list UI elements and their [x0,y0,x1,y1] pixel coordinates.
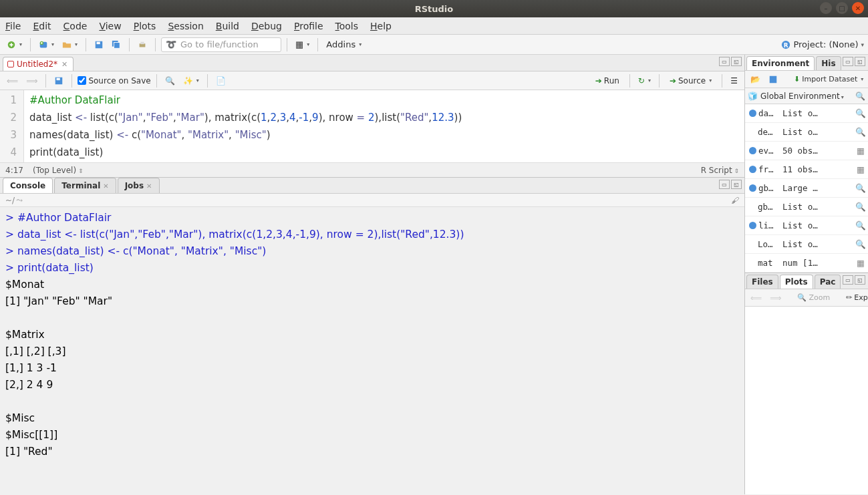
env-row[interactable]: matnum [1…▦ [745,254,868,273]
print-button[interactable] [135,39,150,51]
filetype-selector[interactable]: R Script [701,166,739,175]
env-row[interactable]: li…List o…🔍 [745,216,868,235]
plot-canvas [745,307,868,494]
menu-tools[interactable]: Tools [335,21,359,31]
code-editor[interactable]: 1234 #Author DataFlairdata_list <- list(… [0,90,744,162]
svg-rect-8 [140,41,144,44]
source-button[interactable]: ➔Source [665,74,716,88]
source-tab-label: Untitled2* [17,59,57,69]
menu-code[interactable]: Code [63,21,88,31]
console-tab-terminal[interactable]: Terminal✕ [54,178,116,193]
env-row[interactable]: de…List o…🔍 [745,123,868,142]
svg-rect-6 [114,42,120,48]
menu-file[interactable]: File [5,21,21,31]
menu-plots[interactable]: Plots [134,21,156,31]
minimize-pane-button[interactable]: ▭ [719,57,730,66]
env-scope-selector[interactable]: Global Environment [760,92,853,101]
environment-pane: EnvironmentHis ▭ ◱ 📂 ⬇ Import Dataset 🧊 … [745,55,868,273]
save-source-button[interactable] [51,75,66,87]
minimize-console-button[interactable]: ▭ [719,180,730,189]
compile-report-button[interactable]: 📄 [213,75,229,87]
menu-debug[interactable]: Debug [251,21,282,31]
project-label: Project: (None) [793,39,858,49]
export-button[interactable]: ✏ Expo [843,292,868,303]
menu-bar: FileEditCodeViewPlotsSessionBuildDebugPr… [0,17,868,35]
env-search-icon[interactable]: 🔍 [855,92,865,101]
source-statusbar: 4:17 (Top Level) R Script [0,162,744,177]
zoom-button[interactable]: 🔍 Zoom [794,292,833,303]
clear-console-icon[interactable]: 🖌 [731,196,739,205]
unsaved-indicator-icon [7,61,14,67]
plots-tab-plots[interactable]: Plots [780,275,813,289]
open-file-button[interactable] [59,39,80,51]
main-toolbar: ➰ Go to file/function ▦ Addins R Project… [0,35,868,55]
window-titlebar: RStudio – □ ✕ [0,0,868,17]
goto-arrow-icon: ➰ [166,39,176,49]
env-row[interactable]: gb…List o…🔍 [745,198,868,216]
plots-tab-files[interactable]: Files [746,275,778,289]
cursor-position: 4:17 [5,166,23,175]
rerun-button[interactable]: ↻ [635,75,654,87]
outline-button[interactable]: ☰ [728,75,740,87]
load-workspace-button[interactable]: 📂 [748,73,763,86]
console-tab-jobs[interactable]: Jobs✕ [118,178,160,193]
console-tab-console[interactable]: Console [3,178,53,193]
save-button[interactable] [92,39,106,51]
env-tab-his[interactable]: His [816,56,841,70]
addins-dropdown[interactable]: Addins [323,38,364,51]
env-row[interactable]: ev…50 obs…▦ [745,142,868,160]
menu-edit[interactable]: Edit [33,21,51,31]
source-tab-untitled2[interactable]: Untitled2* ✕ [3,57,74,71]
maximize-env-button[interactable]: ◱ [855,57,865,66]
wd-arrow-icon[interactable]: ⤳ [16,196,23,205]
close-tab-icon[interactable]: ✕ [61,60,67,69]
menu-build[interactable]: Build [216,21,239,31]
new-project-button[interactable] [36,39,57,51]
env-row[interactable]: fr…11 obs…▦ [745,160,868,179]
menu-profile[interactable]: Profile [294,21,323,31]
console-working-dir: ~/ ⤳ 🖌 [0,194,744,207]
minimize-env-button[interactable]: ▭ [843,57,853,66]
console-output[interactable]: > #Author DataFlair> data_list <- list(c… [0,207,744,494]
run-button[interactable]: ➔Run [591,74,624,88]
source-on-save-checkbox[interactable]: Source on Save [78,76,150,86]
svg-rect-4 [97,41,100,44]
env-tab-environment[interactable]: Environment [746,56,815,70]
plot-next-button[interactable]: ⟹ [767,292,784,304]
window-close-button[interactable]: ✕ [852,2,864,14]
forward-button[interactable]: ⟹ [23,75,40,87]
env-row[interactable]: Lo…List o…🔍 [745,235,868,254]
plot-prev-button[interactable]: ⟸ [748,292,764,304]
env-row[interactable]: gb…Large …🔍 [745,179,868,198]
window-minimize-button[interactable]: – [820,2,832,14]
svg-text:R: R [784,41,788,48]
menu-view[interactable]: View [99,21,121,31]
menu-help[interactable]: Help [370,21,392,31]
minimize-plots-button[interactable]: ▭ [843,275,853,285]
goto-file-input[interactable]: ➰ Go to file/function [161,37,281,52]
maximize-console-button[interactable]: ◱ [731,180,742,189]
source-toolbar: ⟸ ⟹ Source on Save 🔍 ✨ 📄 ➔Run ↻ [0,71,744,90]
env-scope-icon: 🧊 [748,92,758,101]
maximize-pane-button[interactable]: ◱ [731,57,742,66]
svg-rect-13 [770,75,777,83]
import-dataset-button[interactable]: ⬇ Import Dataset [791,73,866,85]
window-title: RStudio [415,4,454,14]
save-all-button[interactable] [109,39,124,51]
scope-selector[interactable]: (Top Level) [33,166,84,175]
plots-tab-pac[interactable]: Pac [815,275,841,289]
maximize-plots-button[interactable]: ◱ [855,275,865,285]
window-maximize-button[interactable]: □ [836,2,848,14]
source-pane: Untitled2* ✕ ▭ ◱ ⟸ ⟹ Source on Save [0,55,744,177]
grid-button[interactable]: ▦ [293,38,312,51]
env-row[interactable]: da…List o…🔍 [745,104,868,123]
back-button[interactable]: ⟸ [4,75,21,87]
find-button[interactable]: 🔍 [162,75,178,87]
wand-button[interactable]: ✨ [180,75,202,87]
menu-session[interactable]: Session [168,21,203,31]
save-workspace-button[interactable] [766,73,780,86]
new-file-button[interactable] [4,39,25,51]
project-selector[interactable]: R Project: (None) ▾ [781,39,864,49]
sos-label: Source on Save [88,76,150,86]
plots-pane: FilesPlotsPac ▭ ◱ ⟸ ⟹ 🔍 Zoom ✏ Expo [745,273,868,494]
